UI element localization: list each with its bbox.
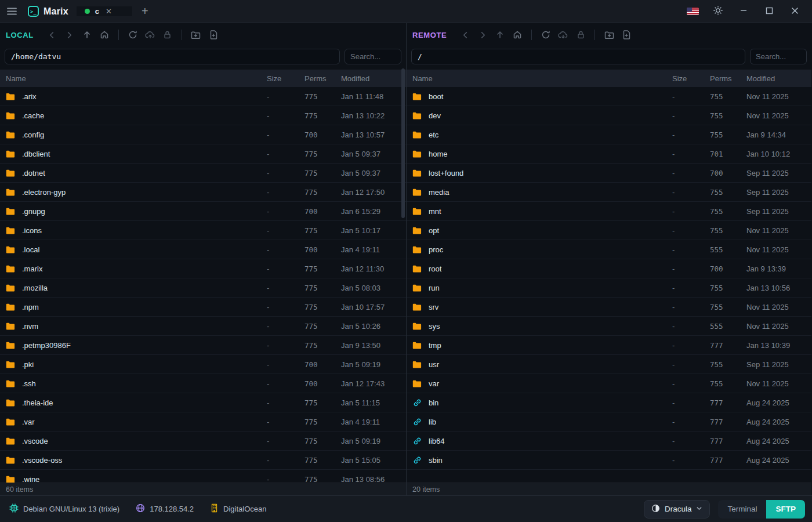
file-row[interactable]: sys-555Nov 11 2025: [407, 317, 811, 336]
minimize-button[interactable]: [733, 3, 754, 20]
file-row[interactable]: .theia-ide-775Jan 5 11:15: [0, 393, 406, 412]
language-button[interactable]: [682, 3, 703, 20]
file-row[interactable]: .marix-775Jan 12 11:30: [0, 259, 406, 278]
file-row[interactable]: .nvm-775Jan 5 10:26: [0, 317, 406, 336]
file-row[interactable]: .icons-775Jan 5 10:17: [0, 221, 406, 240]
close-tab-icon[interactable]: ✕: [104, 6, 113, 16]
forward-button[interactable]: [61, 27, 78, 43]
file-perms: 775: [304, 341, 341, 350]
file-row[interactable]: lib64-777Aug 24 2025: [407, 432, 811, 451]
home-button[interactable]: [96, 27, 113, 43]
file-modified: Nov 11 2025: [746, 226, 811, 235]
chip-icon: [9, 503, 19, 514]
forward-button[interactable]: [474, 27, 491, 43]
new-tab-button[interactable]: +: [132, 5, 158, 18]
file-row[interactable]: .vscode-775Jan 5 09:19: [0, 432, 406, 451]
file-row[interactable]: home-701Jan 10 10:12: [407, 144, 811, 164]
home-button[interactable]: [509, 27, 525, 43]
file-row[interactable]: .wine-775Jan 13 08:56: [0, 470, 406, 483]
file-row[interactable]: .var-775Jan 4 19:11: [0, 412, 406, 432]
file-row[interactable]: dev-755Nov 11 2025: [407, 106, 811, 125]
new-file-button[interactable]: [618, 27, 635, 43]
file-row[interactable]: mnt-755Sep 11 2025: [407, 202, 811, 221]
local-path-input[interactable]: [5, 49, 340, 64]
tab-label: c: [95, 7, 99, 16]
file-row[interactable]: proc-555Nov 11 2025: [407, 240, 811, 259]
upload-button[interactable]: [142, 27, 158, 43]
file-row[interactable]: .cache-775Jan 13 10:22: [0, 106, 406, 125]
file-row[interactable]: etc-755Jan 9 14:34: [407, 125, 811, 144]
up-button[interactable]: [492, 27, 508, 43]
menu-button[interactable]: [0, 8, 23, 15]
remote-path-input[interactable]: [411, 49, 745, 64]
refresh-button[interactable]: [125, 27, 141, 43]
file-row[interactable]: opt-755Nov 11 2025: [407, 221, 811, 240]
file-row[interactable]: root-700Jan 9 13:39: [407, 259, 811, 278]
folder-icon: [412, 188, 422, 196]
folder-icon: [6, 302, 15, 311]
file-row[interactable]: bin-777Aug 24 2025: [407, 393, 811, 412]
file-size: -: [672, 379, 710, 388]
file-row[interactable]: .electron-gyp-775Jan 12 17:50: [0, 183, 406, 202]
theme-toggle-button[interactable]: [708, 3, 728, 20]
folder-icon: [412, 92, 422, 101]
new-folder-button[interactable]: [601, 27, 617, 43]
file-row[interactable]: .mozilla-775Jan 5 08:03: [0, 278, 406, 298]
link-icon: [413, 418, 422, 426]
file-row[interactable]: .dotnet-775Jan 5 09:37: [0, 164, 406, 183]
file-row[interactable]: lost+found-700Sep 11 2025: [407, 164, 811, 183]
file-row[interactable]: sbin-777Aug 24 2025: [407, 451, 811, 470]
lock-button[interactable]: [572, 27, 589, 43]
remote-search-input[interactable]: [750, 49, 807, 64]
download-button[interactable]: [555, 27, 571, 43]
session-tab[interactable]: c ✕: [77, 6, 132, 16]
new-file-button[interactable]: [205, 27, 222, 43]
file-row[interactable]: .vscode-oss-775Jan 5 15:05: [0, 451, 406, 470]
file-row[interactable]: media-755Sep 11 2025: [407, 183, 811, 202]
status-footer: Debian GNU/Linux 13 (trixie) 178.128.54.…: [0, 495, 812, 522]
file-row[interactable]: .arix-775Jan 11 11:48: [0, 87, 406, 106]
file-row[interactable]: .dbclient-775Jan 5 09:37: [0, 144, 406, 164]
file-row[interactable]: .config-700Jan 13 10:57: [0, 125, 406, 144]
file-row[interactable]: var-755Nov 11 2025: [407, 374, 811, 393]
local-scrollbar[interactable]: [401, 68, 405, 218]
lock-button[interactable]: [160, 27, 176, 43]
file-row[interactable]: run-755Jan 13 10:56: [407, 278, 811, 298]
folder-icon: [6, 131, 15, 139]
file-row[interactable]: boot-755Nov 11 2025: [407, 87, 811, 106]
folder-icon: [412, 342, 422, 349]
sftp-mode-button[interactable]: SFTP: [766, 500, 805, 519]
up-button[interactable]: [79, 27, 95, 43]
file-row[interactable]: lib-777Aug 24 2025: [407, 412, 811, 432]
refresh-icon: [541, 30, 550, 39]
file-name: .config: [22, 130, 44, 139]
file-row[interactable]: .gnupg-700Jan 6 15:29: [0, 202, 406, 221]
file-row[interactable]: tmp-777Jan 13 10:39: [407, 336, 811, 355]
file-row[interactable]: srv-755Nov 11 2025: [407, 298, 811, 317]
close-icon: [791, 6, 799, 17]
refresh-button[interactable]: [538, 27, 554, 43]
theme-name-label: Dracula: [665, 505, 692, 513]
local-panel: LOCAL Name Size Perms Modified .arix-775…: [0, 23, 406, 495]
file-name: mnt: [429, 207, 441, 216]
close-window-button[interactable]: [784, 3, 805, 20]
file-size: -: [672, 303, 710, 311]
maximize-button[interactable]: [759, 3, 780, 20]
file-row[interactable]: .pki-700Jan 5 09:19: [0, 355, 406, 374]
back-button[interactable]: [457, 27, 473, 43]
local-search-input[interactable]: [345, 49, 401, 64]
remote-panel-label: REMOTE: [412, 31, 447, 39]
file-name: root: [429, 264, 441, 273]
file-row[interactable]: usr-755Sep 11 2025: [407, 355, 811, 374]
file-size: -: [267, 456, 304, 465]
back-button[interactable]: [44, 27, 60, 43]
file-row[interactable]: .local-700Jan 4 19:11: [0, 240, 406, 259]
file-row[interactable]: .ssh-700Jan 12 17:43: [0, 374, 406, 393]
terminal-mode-button[interactable]: Terminal: [718, 500, 766, 519]
file-row[interactable]: .npm-775Jan 10 17:57: [0, 298, 406, 317]
file-name: .dotnet: [22, 169, 45, 177]
file-modified: Jan 5 09:19: [341, 437, 406, 445]
theme-select-dropdown[interactable]: Dracula: [644, 500, 710, 519]
file-row[interactable]: .petmp30986F-775Jan 9 13:50: [0, 336, 406, 355]
new-folder-button[interactable]: [188, 27, 204, 43]
